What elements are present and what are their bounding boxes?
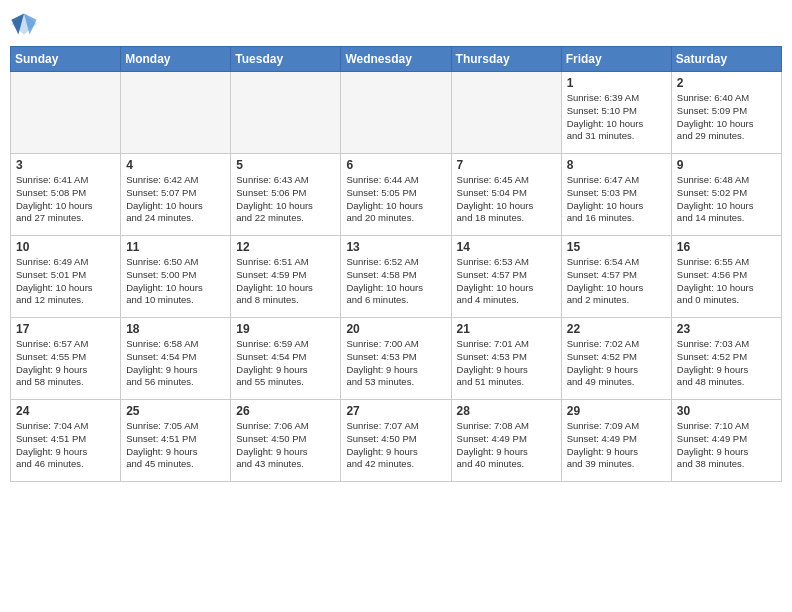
weekday-header-saturday: Saturday	[671, 47, 781, 72]
day-number: 26	[236, 404, 335, 418]
day-info: Sunrise: 6:55 AMSunset: 4:56 PMDaylight:…	[677, 256, 776, 307]
calendar-cell: 6Sunrise: 6:44 AMSunset: 5:05 PMDaylight…	[341, 154, 451, 236]
day-info: Sunrise: 6:45 AMSunset: 5:04 PMDaylight:…	[457, 174, 556, 225]
day-number: 21	[457, 322, 556, 336]
day-info: Sunrise: 6:50 AMSunset: 5:00 PMDaylight:…	[126, 256, 225, 307]
day-info: Sunrise: 7:03 AMSunset: 4:52 PMDaylight:…	[677, 338, 776, 389]
day-number: 24	[16, 404, 115, 418]
calendar-cell: 30Sunrise: 7:10 AMSunset: 4:49 PMDayligh…	[671, 400, 781, 482]
day-number: 16	[677, 240, 776, 254]
calendar-cell: 11Sunrise: 6:50 AMSunset: 5:00 PMDayligh…	[121, 236, 231, 318]
weekday-header-thursday: Thursday	[451, 47, 561, 72]
calendar-cell: 16Sunrise: 6:55 AMSunset: 4:56 PMDayligh…	[671, 236, 781, 318]
calendar-cell: 3Sunrise: 6:41 AMSunset: 5:08 PMDaylight…	[11, 154, 121, 236]
day-info: Sunrise: 6:54 AMSunset: 4:57 PMDaylight:…	[567, 256, 666, 307]
calendar-cell: 2Sunrise: 6:40 AMSunset: 5:09 PMDaylight…	[671, 72, 781, 154]
day-info: Sunrise: 6:42 AMSunset: 5:07 PMDaylight:…	[126, 174, 225, 225]
day-number: 19	[236, 322, 335, 336]
day-number: 15	[567, 240, 666, 254]
calendar-cell: 26Sunrise: 7:06 AMSunset: 4:50 PMDayligh…	[231, 400, 341, 482]
day-info: Sunrise: 6:49 AMSunset: 5:01 PMDaylight:…	[16, 256, 115, 307]
weekday-row: SundayMondayTuesdayWednesdayThursdayFrid…	[11, 47, 782, 72]
calendar-cell: 12Sunrise: 6:51 AMSunset: 4:59 PMDayligh…	[231, 236, 341, 318]
calendar-week-3: 10Sunrise: 6:49 AMSunset: 5:01 PMDayligh…	[11, 236, 782, 318]
day-number: 5	[236, 158, 335, 172]
day-info: Sunrise: 6:43 AMSunset: 5:06 PMDaylight:…	[236, 174, 335, 225]
day-info: Sunrise: 7:05 AMSunset: 4:51 PMDaylight:…	[126, 420, 225, 471]
calendar-cell: 18Sunrise: 6:58 AMSunset: 4:54 PMDayligh…	[121, 318, 231, 400]
calendar-cell: 23Sunrise: 7:03 AMSunset: 4:52 PMDayligh…	[671, 318, 781, 400]
calendar-cell: 22Sunrise: 7:02 AMSunset: 4:52 PMDayligh…	[561, 318, 671, 400]
day-info: Sunrise: 7:02 AMSunset: 4:52 PMDaylight:…	[567, 338, 666, 389]
calendar-cell: 4Sunrise: 6:42 AMSunset: 5:07 PMDaylight…	[121, 154, 231, 236]
day-info: Sunrise: 6:40 AMSunset: 5:09 PMDaylight:…	[677, 92, 776, 143]
calendar-cell: 9Sunrise: 6:48 AMSunset: 5:02 PMDaylight…	[671, 154, 781, 236]
day-info: Sunrise: 7:08 AMSunset: 4:49 PMDaylight:…	[457, 420, 556, 471]
calendar-cell: 20Sunrise: 7:00 AMSunset: 4:53 PMDayligh…	[341, 318, 451, 400]
weekday-header-tuesday: Tuesday	[231, 47, 341, 72]
calendar-week-5: 24Sunrise: 7:04 AMSunset: 4:51 PMDayligh…	[11, 400, 782, 482]
day-info: Sunrise: 7:09 AMSunset: 4:49 PMDaylight:…	[567, 420, 666, 471]
day-info: Sunrise: 6:39 AMSunset: 5:10 PMDaylight:…	[567, 92, 666, 143]
day-number: 27	[346, 404, 445, 418]
day-number: 28	[457, 404, 556, 418]
calendar-week-2: 3Sunrise: 6:41 AMSunset: 5:08 PMDaylight…	[11, 154, 782, 236]
calendar-cell: 17Sunrise: 6:57 AMSunset: 4:55 PMDayligh…	[11, 318, 121, 400]
day-info: Sunrise: 6:57 AMSunset: 4:55 PMDaylight:…	[16, 338, 115, 389]
calendar-cell: 15Sunrise: 6:54 AMSunset: 4:57 PMDayligh…	[561, 236, 671, 318]
calendar-cell	[451, 72, 561, 154]
calendar-cell: 27Sunrise: 7:07 AMSunset: 4:50 PMDayligh…	[341, 400, 451, 482]
day-info: Sunrise: 7:01 AMSunset: 4:53 PMDaylight:…	[457, 338, 556, 389]
logo-icon	[10, 10, 38, 38]
day-info: Sunrise: 7:07 AMSunset: 4:50 PMDaylight:…	[346, 420, 445, 471]
day-info: Sunrise: 6:44 AMSunset: 5:05 PMDaylight:…	[346, 174, 445, 225]
day-number: 7	[457, 158, 556, 172]
calendar-week-1: 1Sunrise: 6:39 AMSunset: 5:10 PMDaylight…	[11, 72, 782, 154]
day-info: Sunrise: 6:51 AMSunset: 4:59 PMDaylight:…	[236, 256, 335, 307]
day-info: Sunrise: 7:04 AMSunset: 4:51 PMDaylight:…	[16, 420, 115, 471]
day-info: Sunrise: 6:52 AMSunset: 4:58 PMDaylight:…	[346, 256, 445, 307]
day-info: Sunrise: 7:06 AMSunset: 4:50 PMDaylight:…	[236, 420, 335, 471]
calendar-cell	[121, 72, 231, 154]
calendar-cell: 29Sunrise: 7:09 AMSunset: 4:49 PMDayligh…	[561, 400, 671, 482]
weekday-header-sunday: Sunday	[11, 47, 121, 72]
day-number: 6	[346, 158, 445, 172]
weekday-header-monday: Monday	[121, 47, 231, 72]
day-number: 29	[567, 404, 666, 418]
calendar-cell	[231, 72, 341, 154]
day-number: 12	[236, 240, 335, 254]
calendar-table: SundayMondayTuesdayWednesdayThursdayFrid…	[10, 46, 782, 482]
day-number: 20	[346, 322, 445, 336]
day-info: Sunrise: 7:10 AMSunset: 4:49 PMDaylight:…	[677, 420, 776, 471]
calendar-cell: 13Sunrise: 6:52 AMSunset: 4:58 PMDayligh…	[341, 236, 451, 318]
day-info: Sunrise: 6:59 AMSunset: 4:54 PMDaylight:…	[236, 338, 335, 389]
calendar-week-4: 17Sunrise: 6:57 AMSunset: 4:55 PMDayligh…	[11, 318, 782, 400]
day-number: 1	[567, 76, 666, 90]
day-info: Sunrise: 6:47 AMSunset: 5:03 PMDaylight:…	[567, 174, 666, 225]
calendar-cell: 24Sunrise: 7:04 AMSunset: 4:51 PMDayligh…	[11, 400, 121, 482]
day-info: Sunrise: 6:41 AMSunset: 5:08 PMDaylight:…	[16, 174, 115, 225]
day-number: 2	[677, 76, 776, 90]
day-number: 22	[567, 322, 666, 336]
day-number: 14	[457, 240, 556, 254]
weekday-header-friday: Friday	[561, 47, 671, 72]
day-number: 3	[16, 158, 115, 172]
calendar-header: SundayMondayTuesdayWednesdayThursdayFrid…	[11, 47, 782, 72]
day-info: Sunrise: 7:00 AMSunset: 4:53 PMDaylight:…	[346, 338, 445, 389]
calendar-cell: 25Sunrise: 7:05 AMSunset: 4:51 PMDayligh…	[121, 400, 231, 482]
calendar-cell	[11, 72, 121, 154]
day-number: 8	[567, 158, 666, 172]
calendar-cell	[341, 72, 451, 154]
calendar-cell: 21Sunrise: 7:01 AMSunset: 4:53 PMDayligh…	[451, 318, 561, 400]
weekday-header-wednesday: Wednesday	[341, 47, 451, 72]
calendar-cell: 7Sunrise: 6:45 AMSunset: 5:04 PMDaylight…	[451, 154, 561, 236]
calendar-cell: 1Sunrise: 6:39 AMSunset: 5:10 PMDaylight…	[561, 72, 671, 154]
logo	[10, 10, 42, 38]
day-number: 9	[677, 158, 776, 172]
calendar-cell: 10Sunrise: 6:49 AMSunset: 5:01 PMDayligh…	[11, 236, 121, 318]
page-header	[10, 10, 782, 38]
day-number: 17	[16, 322, 115, 336]
day-number: 13	[346, 240, 445, 254]
calendar-cell: 19Sunrise: 6:59 AMSunset: 4:54 PMDayligh…	[231, 318, 341, 400]
calendar-cell: 8Sunrise: 6:47 AMSunset: 5:03 PMDaylight…	[561, 154, 671, 236]
